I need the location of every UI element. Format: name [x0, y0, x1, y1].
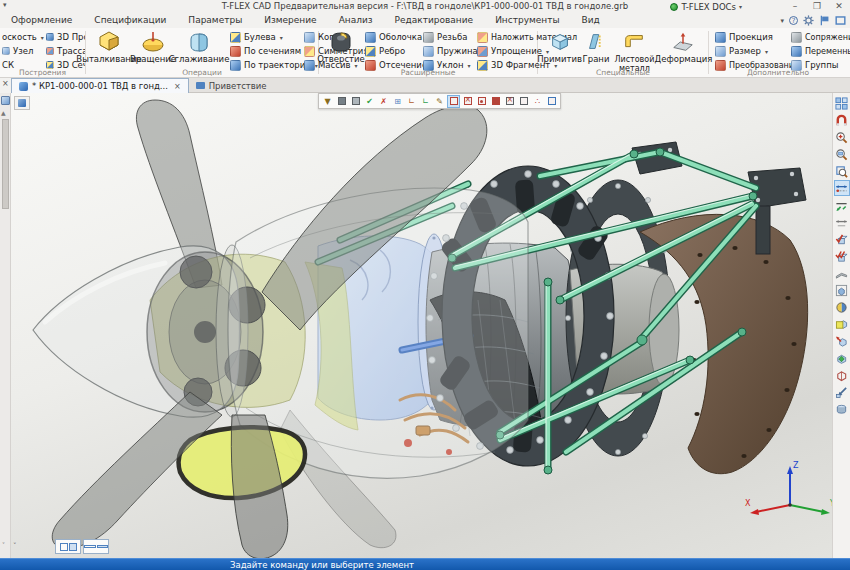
panel-close-icon[interactable]: ×: [2, 79, 9, 88]
simplify-icon: [477, 46, 488, 57]
btn-sopryazheniya[interactable]: Сопряжения▾: [789, 30, 847, 44]
help-icon[interactable]: ?: [789, 16, 798, 25]
sketch-pencil-icon[interactable]: ✎: [433, 95, 446, 108]
apply-material-icon: [477, 32, 488, 43]
auto-dimensions-manipulators-icon[interactable]: [834, 197, 850, 213]
grid-icon[interactable]: ⊞: [391, 95, 404, 108]
chevron-down-icon[interactable]: ˅: [2, 541, 5, 548]
selector-filter-icon[interactable]: ▼: [321, 95, 334, 108]
cube-outline-icon[interactable]: [834, 367, 850, 383]
minimize-button[interactable]: –: [784, 0, 806, 13]
btn-pruzhina[interactable]: Пружина▾: [421, 44, 475, 58]
faces-icon: [584, 31, 608, 53]
tab-document[interactable]: * КР1-000-000-01 ТВД в гонд... ×: [11, 78, 189, 93]
right-toolbar: [832, 93, 850, 558]
menu-redaktirovanie[interactable]: Редактирование: [384, 13, 485, 28]
coordinate-triad: X Y Z: [745, 461, 832, 515]
open-windows-icon[interactable]: [834, 95, 850, 111]
menu-oformlenie[interactable]: Оформление: [0, 13, 83, 28]
select-welds-icon[interactable]: [545, 95, 558, 108]
gear-icon[interactable]: [803, 15, 814, 26]
ribbon-group-postroeniya: оскость▾ Узел СК 3D Профиль Трасса▾ 3D С…: [0, 28, 85, 78]
loft-icon: [230, 46, 241, 57]
close-button[interactable]: ✕: [828, 0, 850, 13]
split-view-buttons: [55, 539, 109, 554]
flag-icon[interactable]: [819, 15, 830, 26]
btn-uproshchenie[interactable]: Упрощение▾: [475, 44, 537, 58]
magnet-snap-icon[interactable]: [834, 112, 850, 128]
select-3d-nodes-icon[interactable]: [517, 95, 530, 108]
menu-instrumenty[interactable]: Инструменты: [484, 13, 570, 28]
menu-analiz[interactable]: Анализ: [328, 13, 384, 28]
select-bodies-icon[interactable]: [489, 95, 502, 108]
confirm-icon[interactable]: ✔: [363, 95, 376, 108]
window-icon[interactable]: [835, 15, 846, 26]
select-fragments-icon[interactable]: ∴: [531, 95, 544, 108]
cancel-icon[interactable]: ✗: [377, 95, 390, 108]
scene-browser-button[interactable]: [14, 96, 30, 110]
document-tab-strip: * КР1-000-000-01 ТВД в гонд... × Приветс…: [11, 78, 850, 93]
btn-po-secheniyam[interactable]: По сечениям▾: [228, 44, 302, 58]
menu-specifikacii[interactable]: Спецификации: [83, 13, 177, 28]
maximize-button[interactable]: ❐: [806, 0, 828, 13]
menu-parametry[interactable]: Параметры: [177, 13, 253, 28]
btn-razmer[interactable]: Размер▾: [713, 44, 789, 58]
zoom-all-icon[interactable]: [834, 163, 850, 179]
3d-profile-icon: [46, 33, 54, 41]
btn-nalozhit-material[interactable]: Наложить материал: [475, 30, 537, 44]
scrollbar-thumb[interactable]: [2, 119, 9, 209]
tab-welcome[interactable]: Приветствие: [189, 78, 274, 93]
ribbon-group-specialnye: Примитив Грани Листовой металл Деформаци…: [538, 28, 708, 78]
ribbon: оскость▾ Узел СК 3D Профиль Трасса▾ 3D С…: [0, 28, 850, 78]
cube-red-arrow-icon[interactable]: [834, 333, 850, 349]
auto-dimensions-edit-icon[interactable]: [834, 214, 850, 230]
turboprop-engine-model: X Y Z: [11, 93, 832, 558]
btn-ploskost[interactable]: оскость▾: [0, 30, 44, 44]
cube-in-box-icon[interactable]: [834, 282, 850, 298]
menu-vid[interactable]: Вид: [571, 13, 611, 28]
status-bar: Задайте команду или выберите элемент: [0, 558, 850, 570]
zoom-in-icon[interactable]: [834, 129, 850, 145]
group-label: Операции: [86, 68, 318, 77]
check-model-icon[interactable]: [834, 231, 850, 247]
btn-peremennye[interactable]: Переменные: [789, 44, 847, 58]
rib-icon: [365, 46, 376, 57]
fit-to-corner-icon[interactable]: [834, 384, 850, 400]
auto-dimensions-icon[interactable]: [834, 180, 850, 196]
view-toolbar: ▼ ✔ ✗ ⊞ ∟ ∟ ✎ ∴: [318, 93, 561, 109]
workplane-axes-icon[interactable]: ∟: [405, 95, 418, 108]
select-edges-icon[interactable]: [461, 95, 474, 108]
btn-3d-profil[interactable]: 3D Профиль: [44, 30, 85, 44]
select-through-icon[interactable]: [349, 95, 362, 108]
group-label: Расширенные: [319, 68, 537, 77]
btn-uzel[interactable]: Узел: [0, 44, 44, 58]
ribbon-group-rasshirennye: Отверстие Оболочка Ребро Отсечение Резьб…: [319, 28, 537, 78]
section-view-icon[interactable]: [834, 316, 850, 332]
select-vertices-icon[interactable]: [475, 95, 488, 108]
tab-close-icon[interactable]: ×: [174, 82, 181, 91]
cube-green-diamond-icon[interactable]: [834, 350, 850, 366]
tflex-docs-button[interactable]: T-FLEX DOCs ▾: [670, 0, 742, 13]
panel-options-icon[interactable]: [1, 96, 10, 105]
local-cs-icon[interactable]: ∟: [419, 95, 432, 108]
btn-buleva[interactable]: Булева▾: [228, 30, 302, 44]
btn-rebro[interactable]: Ребро: [363, 44, 421, 58]
split-horizontal-button[interactable]: [83, 539, 109, 554]
split-vertical-button[interactable]: [55, 539, 81, 554]
btn-obolochka[interactable]: Оболочка: [363, 30, 421, 44]
render-material-icon[interactable]: [834, 299, 850, 315]
zoom-window-icon[interactable]: [834, 146, 850, 162]
sheet-metal-view-icon[interactable]: [834, 265, 850, 281]
select-window-icon[interactable]: [335, 95, 348, 108]
btn-proekciya[interactable]: Проекция: [713, 30, 789, 44]
scroll-up-icon[interactable]: ▲: [1, 109, 6, 116]
btn-rezba[interactable]: Резьба: [421, 30, 475, 44]
menu-izmerenie[interactable]: Измерение: [253, 13, 327, 28]
ribbon-options-caret-icon[interactable]: ▾: [780, 17, 784, 25]
3d-viewport[interactable]: X Y Z ▼ ✔ ✗ ⊞ ∟ ∟ ✎ ∴: [11, 93, 832, 558]
check-intersections-icon[interactable]: [834, 248, 850, 264]
named-view-icon[interactable]: [834, 401, 850, 417]
select-faces-icon[interactable]: [447, 95, 460, 108]
select-operations-icon[interactable]: [503, 95, 516, 108]
chevron-down-icon[interactable]: ˅: [13, 542, 17, 550]
